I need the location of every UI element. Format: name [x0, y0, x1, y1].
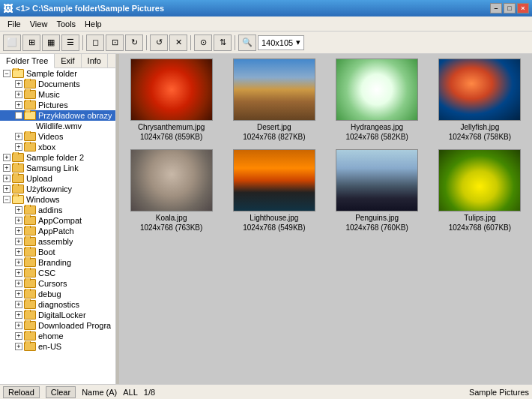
- tree-item-samsung-link[interactable]: +Samsung Link: [0, 163, 115, 173]
- clear-button[interactable]: Clear: [46, 386, 76, 398]
- menu-bar: File View Tools Help: [0, 16, 532, 32]
- tree-label-ehome: ehome: [38, 332, 64, 340]
- menu-view[interactable]: View: [25, 18, 52, 30]
- thumb-item-2[interactable]: Hydrangeas.jpg1024x768 (582KB): [328, 57, 426, 143]
- expand-btn-windows[interactable]: −: [3, 196, 10, 203]
- tree-item-downloaded-progra[interactable]: +Downloaded Progra: [0, 320, 115, 331]
- folder-icon-cursors: [24, 279, 36, 288]
- tab-exif[interactable]: Exif: [55, 54, 81, 68]
- toolbar-lasso-btn[interactable]: ⊙: [194, 34, 212, 51]
- tree-item-upload[interactable]: +Upload: [0, 173, 115, 184]
- thumb-item-3[interactable]: Jellyfish.jpg1024x768 (758KB): [431, 57, 529, 143]
- tree-item-pictures[interactable]: +Pictures: [0, 100, 115, 110]
- tree-item-cursors[interactable]: +Cursors: [0, 278, 115, 289]
- expand-btn-pictures[interactable]: +: [15, 101, 22, 109]
- tree-item-windows[interactable]: −Windows: [0, 194, 115, 205]
- expand-btn-digitallocker[interactable]: +: [15, 311, 22, 319]
- expand-btn-boot[interactable]: +: [15, 248, 22, 256]
- tree-item-apppatch[interactable]: +AppPatch: [0, 226, 115, 236]
- tree-item-videos[interactable]: +Videos: [0, 131, 115, 142]
- thumb-item-4[interactable]: Koala.jpg1024x768 (763KB): [122, 148, 220, 234]
- expand-btn-debug[interactable]: +: [15, 290, 22, 298]
- toolbar-btn-4[interactable]: ☰: [61, 34, 79, 51]
- expand-btn-sample-folder-2[interactable]: +: [3, 154, 10, 161]
- size-dropdown[interactable]: 140x105 ▾: [258, 35, 304, 50]
- minimize-button[interactable]: –: [490, 3, 502, 14]
- thumb-item-6[interactable]: Penguins.jpg1024x768 (760KB): [328, 148, 426, 234]
- menu-tools[interactable]: Tools: [52, 18, 80, 30]
- sidebar: Folder Tree Exif Info −Sample folder+Doc…: [0, 54, 116, 384]
- expand-btn-downloaded-progra[interactable]: +: [15, 322, 22, 329]
- close-button[interactable]: ×: [517, 3, 529, 14]
- toolbar-btn-3[interactable]: ▦: [42, 34, 60, 51]
- expand-btn-videos[interactable]: +: [15, 133, 22, 140]
- toolbar-refresh-btn[interactable]: ↺: [150, 34, 168, 51]
- tree-item-appcompat[interactable]: +AppCompat: [0, 215, 115, 226]
- reload-button[interactable]: Reload: [3, 386, 40, 398]
- expand-btn-apppatch[interactable]: +: [15, 227, 22, 235]
- expand-btn-upload[interactable]: +: [3, 175, 10, 182]
- tree-item-przykladowe-obrazy[interactable]: −Przykładowe obrazy: [0, 110, 115, 121]
- tree-item-csc[interactable]: +CSC: [0, 268, 115, 278]
- toolbar-rotate-btn[interactable]: ↻: [125, 34, 143, 51]
- toolbar-select-btn[interactable]: ◻: [86, 34, 104, 51]
- folder-icon-przykladowe-obrazy: [24, 111, 36, 120]
- toolbar-crop-btn[interactable]: ⊡: [106, 34, 124, 51]
- folder-icon-xbox: [24, 142, 36, 152]
- expand-btn-diagnostics[interactable]: +: [15, 301, 22, 308]
- thumb-item-7[interactable]: Tulips.jpg1024x768 (607KB): [431, 148, 529, 234]
- tree-item-wildlife[interactable]: Wildlife.wmv: [0, 121, 115, 131]
- tree-item-diagnostics[interactable]: +diagnostics: [0, 299, 115, 310]
- expand-btn-addins[interactable]: +: [15, 206, 22, 214]
- tree-item-debug[interactable]: +debug: [0, 289, 115, 299]
- tree-item-assembly[interactable]: +assembly: [0, 236, 115, 247]
- tab-folder-tree[interactable]: Folder Tree: [0, 54, 55, 68]
- expand-btn-appcompat[interactable]: +: [15, 217, 22, 224]
- expand-btn-csc[interactable]: +: [15, 269, 22, 277]
- tree-item-en-us[interactable]: +en-US: [0, 341, 115, 352]
- folder-icon-assembly: [24, 237, 36, 246]
- main-area: Folder Tree Exif Info −Sample folder+Doc…: [0, 54, 532, 384]
- tree-label-boot: Boot: [38, 248, 55, 256]
- expand-btn-en-us[interactable]: +: [15, 343, 22, 350]
- toolbar-btn-1[interactable]: ⬜: [3, 34, 21, 51]
- tab-info[interactable]: Info: [82, 54, 108, 68]
- thumb-item-5[interactable]: Lighthouse.jpg1024x768 (549KB): [225, 148, 323, 234]
- tree-item-ehome[interactable]: +ehome: [0, 331, 115, 341]
- expand-btn-documents[interactable]: +: [15, 80, 22, 88]
- content-wrapper: Chrysanthemum.jpg1024x768 (859KB)Desert.…: [119, 54, 532, 384]
- expand-btn-uzytkownicy[interactable]: +: [3, 185, 10, 193]
- toolbar-stop-btn[interactable]: ✕: [169, 34, 187, 51]
- tree-item-xbox[interactable]: +xbox: [0, 142, 115, 152]
- expand-btn-sample-folder[interactable]: −: [3, 70, 10, 77]
- expand-btn-xbox[interactable]: +: [15, 143, 22, 151]
- tree-item-digitallocker[interactable]: +DigitalLocker: [0, 310, 115, 320]
- toolbar-zoom-btn[interactable]: 🔍: [238, 34, 256, 51]
- tree-item-sample-folder[interactable]: −Sample folder: [0, 68, 115, 79]
- tree-item-documents[interactable]: +Documents: [0, 79, 115, 89]
- tree-item-sample-folder-2[interactable]: +Sample folder 2: [0, 152, 115, 163]
- thumb-item-0[interactable]: Chrysanthemum.jpg1024x768 (859KB): [122, 57, 220, 143]
- tree-item-addins[interactable]: +addins: [0, 205, 115, 215]
- expand-btn-music[interactable]: +: [15, 91, 22, 98]
- expand-btn-przykladowe-obrazy[interactable]: −: [15, 112, 22, 119]
- thumb-caption-6: Penguins.jpg1024x768 (760KB): [345, 213, 408, 232]
- expand-btn-assembly[interactable]: +: [15, 238, 22, 245]
- menu-file[interactable]: File: [3, 18, 25, 30]
- tree-item-boot[interactable]: +Boot: [0, 247, 115, 257]
- thumb-item-1[interactable]: Desert.jpg1024x768 (827KB): [225, 57, 323, 143]
- expand-btn-cursors[interactable]: +: [15, 280, 22, 287]
- expand-btn-branding[interactable]: +: [15, 259, 22, 266]
- maximize-button[interactable]: □: [504, 3, 516, 14]
- expand-btn-ehome[interactable]: +: [15, 332, 22, 340]
- tree-item-branding[interactable]: +Branding: [0, 257, 115, 268]
- toolbar-sort-btn[interactable]: ⇅: [214, 34, 232, 51]
- folder-icon-downloaded-progra: [24, 321, 36, 330]
- tree-item-music[interactable]: +Music: [0, 89, 115, 100]
- menu-help[interactable]: Help: [80, 18, 106, 30]
- tree-item-uzytkownicy[interactable]: +Użytkownicy: [0, 184, 115, 194]
- folder-icon-debug: [24, 290, 36, 298]
- tree-label-pictures: Pictures: [38, 100, 68, 110]
- toolbar-btn-2[interactable]: ⊞: [22, 34, 40, 51]
- expand-btn-samsung-link[interactable]: +: [3, 164, 10, 172]
